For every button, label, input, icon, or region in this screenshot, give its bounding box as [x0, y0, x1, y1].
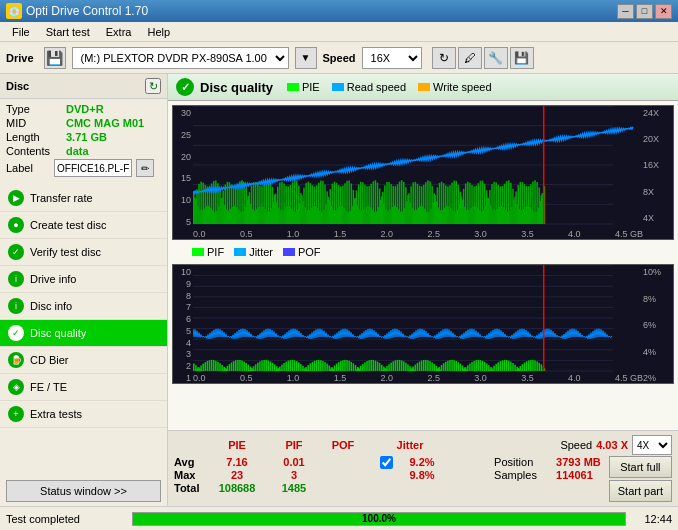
- disc-quality-icon: ✓: [176, 78, 194, 96]
- nav-transfer-rate[interactable]: ▶ Transfer rate: [0, 185, 167, 212]
- disc-quality-header: ✓ Disc quality PIE Read speed Write spee…: [168, 74, 678, 101]
- stat-header-pif: PIF: [268, 439, 320, 451]
- legend-write-speed-color: [418, 83, 430, 91]
- legend-pof-label: POF: [298, 246, 321, 258]
- nav-extra-tests[interactable]: + Extra tests: [0, 401, 167, 428]
- type-label: Type: [6, 103, 66, 115]
- toolbar-btn-3[interactable]: 🔧: [484, 47, 508, 69]
- toolbar-buttons: ↻ 🖊 🔧 💾: [432, 47, 534, 69]
- nav-icon-cd-bier: 🍺: [8, 352, 24, 368]
- nav-label-create-test-disc: Create test disc: [30, 219, 106, 231]
- start-part-button[interactable]: Start part: [609, 480, 672, 502]
- nav-label-disc-quality: Disc quality: [30, 327, 86, 339]
- nav-disc-info[interactable]: i Disc info: [0, 293, 167, 320]
- disc-refresh-button[interactable]: ↻: [145, 78, 161, 94]
- titlebar: 💿 Opti Drive Control 1.70 ─ □ ✕: [0, 0, 678, 22]
- speed-value: 4.03 X: [596, 439, 628, 451]
- charts-area: 30 25 20 15 10 5 24X 20X 16X 8X 4X: [168, 101, 678, 430]
- legend-pie-label: PIE: [302, 81, 320, 93]
- legend-jitter-color: [234, 248, 246, 256]
- app-icon: 💿: [6, 3, 22, 19]
- nav-label-transfer-rate: Transfer rate: [30, 192, 93, 204]
- stat-avg-pie: 7.16: [206, 456, 268, 468]
- nav-label-verify-test-disc: Verify test disc: [30, 246, 101, 258]
- stat-total-pie: 108688: [206, 482, 268, 494]
- maximize-button[interactable]: □: [636, 4, 653, 19]
- close-button[interactable]: ✕: [655, 4, 672, 19]
- contents-label: Contents: [6, 145, 66, 157]
- speed-select[interactable]: 16X 8X 4X Max: [362, 47, 422, 69]
- position-label: Position: [494, 456, 550, 468]
- drive-select[interactable]: (M:) PLEXTOR DVDR PX-890SA 1.00: [72, 47, 289, 69]
- top-chart: 30 25 20 15 10 5 24X 20X 16X 8X 4X: [172, 105, 674, 240]
- nav-icon-fe-te: ◈: [8, 379, 24, 395]
- stat-row-max-label: Max: [174, 469, 206, 481]
- statusbar: Test completed 100.0% 12:44: [0, 506, 678, 530]
- stat-max-pie: 23: [206, 469, 268, 481]
- disc-quality-title: Disc quality: [200, 80, 273, 95]
- drive-label: Drive: [6, 52, 34, 64]
- nav-cd-bier[interactable]: 🍺 CD Bier: [0, 347, 167, 374]
- minimize-button[interactable]: ─: [617, 4, 634, 19]
- position-value: 3793 MB: [556, 456, 601, 468]
- time-text: 12:44: [632, 513, 672, 525]
- legend-pof: POF: [283, 246, 321, 258]
- stat-max-pif: 3: [268, 469, 320, 481]
- nav-icon-transfer: ▶: [8, 190, 24, 206]
- nav-label-drive-info: Drive info: [30, 273, 76, 285]
- length-value: 3.71 GB: [66, 131, 107, 143]
- legend-jitter: Jitter: [234, 246, 273, 258]
- stat-avg-pif: 0.01: [268, 456, 320, 468]
- nav-create-test-disc[interactable]: ● Create test disc: [0, 212, 167, 239]
- start-full-button[interactable]: Start full: [609, 456, 672, 478]
- legend-pie-color: [287, 83, 299, 91]
- nav-icon-quality: ✓: [8, 325, 24, 341]
- samples-label: Samples: [494, 469, 550, 481]
- type-value: DVD+R: [66, 103, 104, 115]
- left-panel: Disc ↻ Type DVD+R MID CMC MAG M01 Length…: [0, 74, 168, 506]
- legend-pof-color: [283, 248, 295, 256]
- menu-help[interactable]: Help: [139, 24, 178, 40]
- stat-header-jitter: Jitter: [380, 439, 440, 451]
- nav-disc-quality[interactable]: ✓ Disc quality: [0, 320, 167, 347]
- progress-text: 100.0%: [133, 513, 625, 525]
- status-window-button[interactable]: Status window >>: [6, 480, 161, 502]
- disc-title: Disc: [6, 80, 29, 92]
- menu-start-test[interactable]: Start test: [38, 24, 98, 40]
- bottom-chart: 10 9 8 7 6 5 4 3 2 1 10% 8% 6% 4%: [172, 264, 674, 384]
- drive-icon: 💾: [44, 47, 66, 69]
- legend-pif-label: PIF: [207, 246, 224, 258]
- stat-row-total-label: Total: [174, 482, 206, 494]
- legend-pif: PIF: [192, 246, 224, 258]
- stat-header-pof: POF: [320, 439, 366, 451]
- nav-icon-extra: +: [8, 406, 24, 422]
- drivebar: Drive 💾 (M:) PLEXTOR DVDR PX-890SA 1.00 …: [0, 42, 678, 74]
- nav-icon-disc: i: [8, 298, 24, 314]
- nav-fe-te[interactable]: ◈ FE / TE: [0, 374, 167, 401]
- nav-icon-drive: i: [8, 271, 24, 287]
- main-area: Disc ↻ Type DVD+R MID CMC MAG M01 Length…: [0, 74, 678, 506]
- progress-bar: 100.0%: [132, 512, 626, 526]
- stat-avg-jitter: 9.2%: [397, 456, 447, 468]
- menu-file[interactable]: File: [4, 24, 38, 40]
- disc-label-edit-button[interactable]: ✏: [136, 159, 154, 177]
- legend-jitter-label: Jitter: [249, 246, 273, 258]
- right-panel: ✓ Disc quality PIE Read speed Write spee…: [168, 74, 678, 506]
- stat-total-pof: [348, 482, 351, 494]
- contents-value: data: [66, 145, 89, 157]
- stat-max-jitter: 9.8%: [397, 469, 447, 481]
- nav-verify-test-disc[interactable]: ✓ Verify test disc: [0, 239, 167, 266]
- menu-extra[interactable]: Extra: [98, 24, 140, 40]
- drive-arrow-button[interactable]: ▼: [295, 47, 317, 69]
- stat-total-jitter: [397, 482, 447, 494]
- toolbar-btn-save[interactable]: 💾: [510, 47, 534, 69]
- speed-header-label: Speed: [560, 439, 592, 451]
- toolbar-btn-1[interactable]: ↻: [432, 47, 456, 69]
- stats-speed-select[interactable]: 4X8X16X: [632, 435, 672, 455]
- disc-label-input[interactable]: [54, 159, 132, 177]
- disc-label-row: Label ✏: [6, 159, 161, 177]
- length-label: Length: [6, 131, 66, 143]
- nav-drive-info[interactable]: i Drive info: [0, 266, 167, 293]
- jitter-checkbox[interactable]: [380, 456, 393, 469]
- toolbar-btn-2[interactable]: 🖊: [458, 47, 482, 69]
